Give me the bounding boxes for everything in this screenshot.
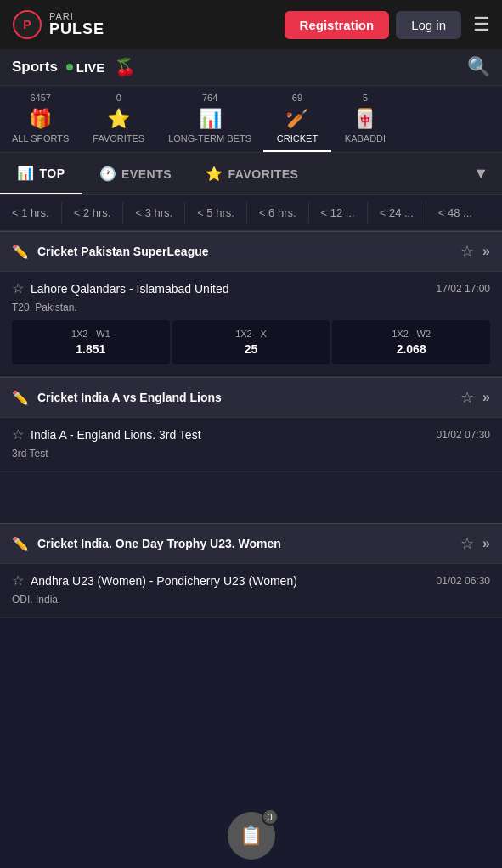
tab-events-label: EVENTS bbox=[121, 167, 172, 181]
category-longterm[interactable]: 764 📊 LONG-TERM BETS bbox=[156, 86, 263, 152]
match-sub-1: T20. Pakistan. bbox=[12, 300, 490, 320]
match-date-3: 01/02 06:30 bbox=[437, 575, 490, 587]
section-title-2: Cricket India A vs England Lions bbox=[37, 391, 460, 404]
bet-value-w1: 1.851 bbox=[76, 342, 105, 356]
fab-area: 📋 0 bbox=[228, 812, 275, 860]
match-sub-3: ODI. India. bbox=[12, 592, 490, 612]
menu-icon[interactable]: ☰ bbox=[473, 14, 490, 36]
match-name-1: Lahore Qalandars - Islamabad United bbox=[31, 282, 430, 296]
betting-row-1: 1X2 - W1 1.851 1X2 - X 25 1X2 - W2 2.068 bbox=[12, 320, 490, 364]
match-name-3: Andhra U23 (Women) - Pondicherry U23 (Wo… bbox=[31, 574, 430, 588]
time-filters-bar: < 1 hrs. < 2 hrs. < 3 hrs. < 5 hrs. < 6 … bbox=[0, 195, 502, 231]
logo-pulse: PULSE bbox=[49, 21, 104, 38]
app-header: P PARI PULSE Registration Log in ☰ bbox=[0, 0, 502, 49]
registration-button[interactable]: Registration bbox=[285, 11, 390, 39]
section-title-1: Cricket Pakistan SuperLeague bbox=[37, 245, 460, 258]
match-date-1: 17/02 17:00 bbox=[437, 283, 490, 295]
search-icon[interactable]: 🔍 bbox=[467, 56, 490, 78]
match-row-1: ☆ Lahore Qalandars - Islamabad United 17… bbox=[0, 272, 502, 377]
logo: P PARI PULSE bbox=[12, 9, 104, 40]
match-star-2[interactable]: ☆ bbox=[12, 426, 24, 442]
time-filter-2hr[interactable]: < 2 hrs. bbox=[62, 202, 124, 223]
match-title-row-1: ☆ Lahore Qalandars - Islamabad United 17… bbox=[12, 280, 490, 296]
match-row-3: ☆ Andhra U23 (Women) - Pondicherry U23 (… bbox=[0, 564, 502, 618]
empty-space-1 bbox=[0, 472, 502, 523]
match-row-2: ☆ India A - England Lions. 3rd Test 01/0… bbox=[0, 418, 502, 472]
filter-button[interactable]: ▼ bbox=[460, 153, 502, 194]
category-icon-cricket: 🏏 bbox=[285, 108, 308, 130]
tab-top-icon: 📊 bbox=[17, 165, 35, 181]
tab-events[interactable]: 🕐 EVENTS bbox=[82, 154, 189, 194]
match-title-row-2: ☆ India A - England Lions. 3rd Test 01/0… bbox=[12, 426, 490, 442]
match-name-2: India A - England Lions. 3rd Test bbox=[31, 428, 430, 442]
time-filter-48hr[interactable]: < 48 ... bbox=[426, 202, 484, 223]
tab-favorites-label: FAVORITES bbox=[228, 167, 299, 181]
category-count-kabaddi: 5 bbox=[363, 93, 368, 104]
section-pen-icon-1: ✏️ bbox=[12, 244, 29, 260]
category-all-sports[interactable]: 6457 🎁 ALL SPORTS bbox=[0, 86, 81, 152]
section-pakistan: ✏️ Cricket Pakistan SuperLeague ☆ » bbox=[0, 231, 502, 272]
tab-events-icon: 🕐 bbox=[99, 166, 117, 182]
section-india-u23: ✏️ Cricket India. One Day Trophy U23. Wo… bbox=[0, 523, 502, 564]
tab-top[interactable]: 📊 TOP bbox=[0, 153, 82, 194]
category-icon-all: 🎁 bbox=[29, 108, 52, 130]
category-label-all: ALL SPORTS bbox=[12, 133, 69, 144]
category-icon-longterm: 📊 bbox=[199, 108, 222, 130]
bet-label-x: 1X2 - X bbox=[235, 329, 267, 339]
section-arrow-2[interactable]: » bbox=[482, 390, 490, 405]
tab-favorites[interactable]: ⭐ FAVORITES bbox=[189, 154, 315, 194]
category-icon-kabaddi: 🀄 bbox=[353, 108, 376, 130]
tab-top-label: TOP bbox=[40, 166, 65, 180]
section-star-1[interactable]: ☆ bbox=[460, 242, 474, 261]
live-indicator: LIVE bbox=[66, 60, 104, 75]
category-cricket[interactable]: 69 🏏 CRICKET bbox=[263, 86, 331, 152]
live-label: LIVE bbox=[76, 60, 104, 75]
category-count-fav: 0 bbox=[116, 93, 121, 104]
bet-label-w2: 1X2 - W2 bbox=[392, 329, 431, 339]
header-actions: Registration Log in ☰ bbox=[285, 11, 490, 39]
bet-btn-w1[interactable]: 1X2 - W1 1.851 bbox=[12, 320, 170, 364]
category-favorites[interactable]: 0 ⭐ FAVORITES bbox=[81, 86, 156, 152]
fab-button[interactable]: 📋 0 bbox=[228, 812, 275, 860]
bet-btn-w2[interactable]: 1X2 - W2 2.068 bbox=[332, 320, 490, 364]
nav-bar: Sports LIVE 🍒 🔍 bbox=[0, 49, 502, 86]
categories-bar: 6457 🎁 ALL SPORTS 0 ⭐ FAVORITES 764 📊 LO… bbox=[0, 86, 502, 153]
section-star-3[interactable]: ☆ bbox=[460, 534, 474, 553]
time-filter-24hr[interactable]: < 24 ... bbox=[368, 202, 426, 223]
logo-icon: P bbox=[12, 9, 42, 40]
fab-badge: 0 bbox=[262, 809, 279, 826]
bet-value-w2: 2.068 bbox=[397, 342, 426, 356]
category-icon-fav: ⭐ bbox=[107, 108, 130, 130]
time-filter-3hr[interactable]: < 3 hrs. bbox=[123, 202, 185, 223]
bet-value-x: 25 bbox=[245, 342, 258, 356]
time-filter-1hr[interactable]: < 1 hrs. bbox=[0, 202, 62, 223]
main-tabs: 📊 TOP 🕐 EVENTS ⭐ FAVORITES ▼ bbox=[0, 153, 502, 195]
time-filter-5hr[interactable]: < 5 hrs. bbox=[185, 202, 247, 223]
match-sub-2: 3rd Test bbox=[12, 446, 490, 466]
category-label-fav: FAVORITES bbox=[93, 133, 144, 144]
category-label-longterm: LONG-TERM BETS bbox=[168, 133, 251, 144]
time-filter-6hr[interactable]: < 6 hrs. bbox=[247, 202, 309, 223]
section-arrow-1[interactable]: » bbox=[482, 244, 490, 259]
category-label-cricket: CRICKET bbox=[277, 133, 318, 144]
match-star-3[interactable]: ☆ bbox=[12, 572, 24, 589]
category-kabaddi[interactable]: 5 🀄 KABADDI bbox=[331, 86, 399, 152]
login-button[interactable]: Log in bbox=[396, 11, 461, 39]
category-count-longterm: 764 bbox=[202, 93, 217, 104]
live-dot bbox=[66, 64, 73, 70]
section-pen-icon-3: ✏️ bbox=[12, 536, 29, 552]
section-star-2[interactable]: ☆ bbox=[460, 388, 474, 407]
time-filter-12hr[interactable]: < 12 ... bbox=[309, 202, 368, 223]
category-count-cricket: 69 bbox=[292, 93, 302, 104]
sports-label[interactable]: Sports bbox=[12, 59, 58, 76]
filter-icon: ▼ bbox=[473, 165, 488, 183]
bet-btn-x[interactable]: 1X2 - X 25 bbox=[172, 320, 330, 364]
logo-text: PARI PULSE bbox=[49, 11, 104, 38]
section-arrow-3[interactable]: » bbox=[482, 536, 490, 551]
category-count-all: 6457 bbox=[30, 93, 50, 104]
tab-favorites-icon: ⭐ bbox=[206, 166, 223, 182]
match-title-row-3: ☆ Andhra U23 (Women) - Pondicherry U23 (… bbox=[12, 572, 490, 589]
section-title-3: Cricket India. One Day Trophy U23. Women bbox=[37, 537, 460, 550]
section-india-england: ✏️ Cricket India A vs England Lions ☆ » bbox=[0, 377, 502, 418]
match-star-1[interactable]: ☆ bbox=[12, 280, 24, 296]
